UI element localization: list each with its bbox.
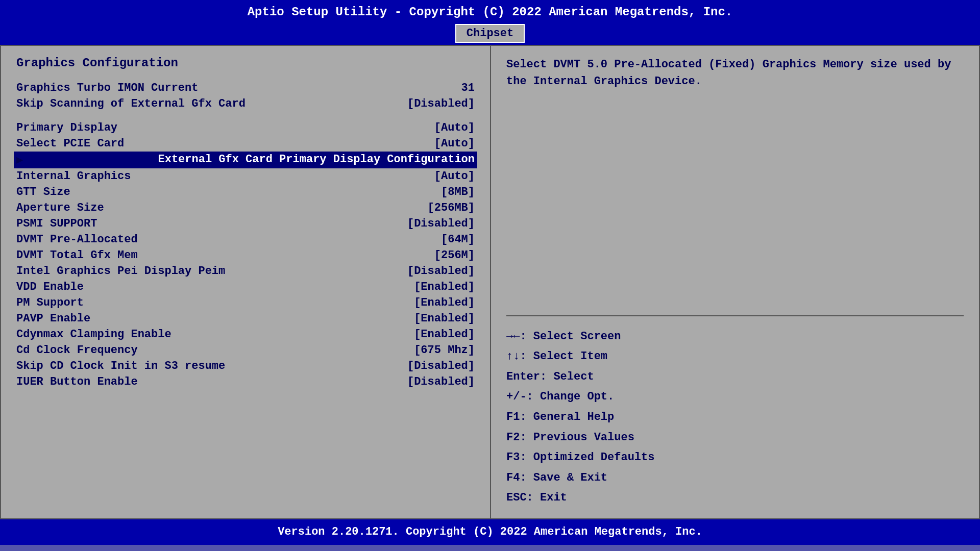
left-panel: Graphics Configuration Graphics Turbo IM… [1,46,491,518]
key-help-item: ↑↓: Select Item [506,346,964,367]
config-row: PM Support[Enabled] [16,295,475,311]
config-label: IUER Button Enable [16,375,138,388]
config-label: Skip CD Clock Init in S3 resume [16,360,225,372]
config-value: [Auto] [434,121,475,134]
config-label: DVMT Pre-Allocated [16,233,138,246]
key-help-item: F3: Optimized Defaults [506,447,964,468]
key-label: F2: Previous Values [506,431,634,444]
config-value: 31 [461,82,475,94]
config-label: Graphics Turbo IMON Current [16,82,198,94]
key-label: F1: General Help [506,411,614,423]
config-label: PSMI SUPPORT [16,217,97,230]
key-help-section: →←: Select Screen↑↓: Select ItemEnter: S… [506,327,964,508]
config-value: [Enabled] [414,281,475,293]
bios-footer: Version 2.20.1271. Copyright (C) 2022 Am… [0,519,980,545]
config-row: GTT Size[8MB] [16,184,475,200]
config-row: DVMT Pre-Allocated[64M] [16,232,475,247]
key-label: Enter: Select [506,370,594,383]
right-panel: Select DVMT 5.0 Pre-Allocated (Fixed) Gr… [491,46,979,518]
config-value: [Disabled] [407,265,475,278]
config-label: VDD Enable [16,281,84,293]
config-row: DVMT Total Gfx Mem[256M] [16,247,475,263]
bios-header: Aptio Setup Utility - Copyright (C) 2022… [0,0,980,24]
config-label: DVMT Total Gfx Mem [16,249,138,262]
key-label: →←: Select Screen [506,330,621,343]
help-text: Select DVMT 5.0 Pre-Allocated (Fixed) Gr… [506,56,964,305]
config-row[interactable]: ▶External Gfx Card Primary Display Confi… [14,152,477,168]
key-label: ↑↓: Select Item [506,350,607,363]
config-label: Select PCIE Card [16,137,124,150]
config-value: [Auto] [434,170,475,183]
config-label: Primary Display [16,121,117,134]
chipset-tab[interactable]: Chipset [455,24,525,43]
config-row: Skip CD Clock Init in S3 resume[Disabled… [16,358,475,374]
config-rows: Graphics Turbo IMON Current31Skip Scanni… [16,80,475,390]
key-help-item: ESC: Exit [506,488,964,508]
config-value: [Enabled] [414,296,475,309]
config-value: [Disabled] [407,375,475,388]
config-label: PM Support [16,296,84,309]
key-label: F3: Optimized Defaults [506,451,654,464]
config-value: [Enabled] [414,328,475,341]
main-content: Graphics Configuration Graphics Turbo IM… [0,45,980,519]
config-row: Skip Scanning of External Gfx Card[Disab… [16,96,475,112]
config-label: Cd Clock Frequency [16,344,138,357]
spacer-row [16,112,475,120]
config-row: IUER Button Enable[Disabled] [16,374,475,390]
config-label: GTT Size [16,186,70,198]
config-label: Internal Graphics [16,170,131,183]
config-row: Intel Graphics Pei Display Peim[Disabled… [16,263,475,279]
config-value: [Disabled] [407,360,475,372]
config-row: Cd Clock Frequency[675 Mhz] [16,342,475,358]
config-row: Cdynmax Clamping Enable[Enabled] [16,327,475,342]
config-label: Intel Graphics Pei Display Peim [16,265,225,278]
key-label: F4: Save & Exit [506,471,607,484]
config-value: [675 Mhz] [414,344,475,357]
config-value: [8MB] [441,186,475,198]
config-row: Select PCIE Card[Auto] [16,136,475,152]
tab-bar: Chipset [0,24,980,45]
key-label: +/-: Change Opt. [506,390,614,403]
header-title: Aptio Setup Utility - Copyright (C) 2022… [248,5,733,19]
arrow-icon: ▶ [16,153,23,167]
key-help-item: F2: Previous Values [506,428,964,448]
config-value: [Disabled] [407,97,475,110]
config-label: PAVP Enable [16,312,90,325]
config-value: [64M] [441,233,475,246]
key-label: ESC: Exit [506,491,567,504]
config-value: [256MB] [428,202,475,214]
config-value: [Auto] [434,137,475,150]
key-help-item: +/-: Change Opt. [506,387,964,407]
config-label: Cdynmax Clamping Enable [16,328,172,341]
key-help-item: F1: General Help [506,407,964,428]
config-value: [256M] [434,249,475,262]
key-help-item: Enter: Select [506,367,964,387]
config-row: PAVP Enable[Enabled] [16,311,475,327]
config-row: Graphics Turbo IMON Current31 [16,80,475,96]
key-help-item: F4: Save & Exit [506,468,964,488]
config-row: PSMI SUPPORT[Disabled] [16,216,475,232]
config-value: [Enabled] [414,312,475,325]
config-row: VDD Enable[Enabled] [16,279,475,295]
config-row: Primary Display[Auto] [16,120,475,136]
config-label: Aperture Size [16,202,104,214]
config-value: [Disabled] [407,217,475,230]
config-row: Internal Graphics[Auto] [16,168,475,184]
config-row: Aperture Size[256MB] [16,200,475,216]
key-help-item: →←: Select Screen [506,327,964,347]
footer-text: Version 2.20.1271. Copyright (C) 2022 Am… [278,525,702,538]
config-label: Skip Scanning of External Gfx Card [16,97,246,110]
divider [506,315,964,316]
config-label: External Gfx Card Primary Display Config… [158,153,475,167]
section-title: Graphics Configuration [16,56,475,70]
